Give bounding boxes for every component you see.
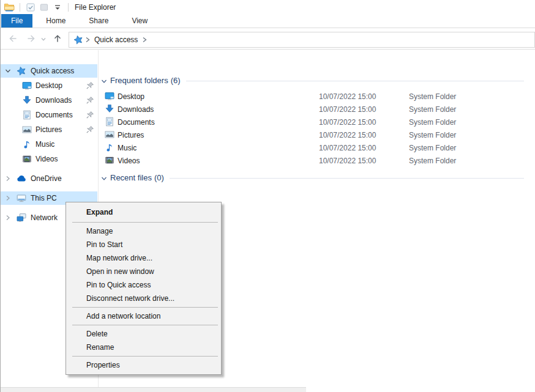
documents-icon xyxy=(105,117,114,127)
navigation-toolbar: Quick access xyxy=(0,29,535,50)
qat-customize-button[interactable] xyxy=(52,2,63,13)
downloads-icon xyxy=(22,95,33,105)
chevron-down-icon xyxy=(54,4,61,10)
window-left-border xyxy=(0,0,1,392)
file-explorer-logo-icon xyxy=(4,2,15,13)
file-type: System Folder xyxy=(409,157,456,165)
file-date-modified: 10/07/2022 15:00 xyxy=(319,105,376,114)
file-type: System Folder xyxy=(409,92,456,101)
up-button[interactable] xyxy=(53,34,62,43)
tab-share[interactable]: Share xyxy=(79,14,118,28)
menu-separator xyxy=(72,307,218,308)
quick-access-star-icon xyxy=(73,35,83,45)
menu-item-manage[interactable]: Manage xyxy=(66,224,221,238)
menu-item-properties[interactable]: Properties xyxy=(66,358,221,372)
forward-button[interactable] xyxy=(26,34,37,43)
sidebar-item-quick-access[interactable]: Quick access xyxy=(0,64,97,78)
window-titlebar: File Explorer xyxy=(0,0,535,14)
qat-new-folder-button[interactable] xyxy=(39,2,50,13)
tab-home[interactable]: Home xyxy=(36,14,75,28)
file-row-documents[interactable]: Documents 10/07/2022 15:00 System Folder xyxy=(99,116,535,128)
tab-view[interactable]: View xyxy=(122,14,157,28)
file-name: Pictures xyxy=(118,131,144,139)
breadcrumb-chevron-icon[interactable] xyxy=(84,36,91,43)
sidebar-item-label: Music xyxy=(36,140,54,149)
breadcrumb-chevron-icon[interactable] xyxy=(141,36,148,43)
file-row-videos[interactable]: Videos 10/07/2022 15:00 System Folder xyxy=(99,154,535,167)
file-date-modified: 10/07/2022 15:00 xyxy=(319,118,376,127)
file-row-desktop[interactable]: Desktop 10/07/2022 15:00 System Folder xyxy=(99,90,535,103)
menu-separator xyxy=(72,222,218,223)
arrow-left-icon xyxy=(7,34,18,43)
chevron-down-icon[interactable] xyxy=(4,67,12,75)
file-name: Downloads xyxy=(118,105,154,114)
sidebar-item-desktop[interactable]: Desktop xyxy=(0,79,97,92)
sidebar-item-music[interactable]: Music xyxy=(0,138,97,151)
group-count: (0) xyxy=(154,173,164,182)
network-icon xyxy=(17,213,28,223)
file-row-pictures[interactable]: Pictures 10/07/2022 15:00 System Folder xyxy=(99,128,535,141)
address-bar[interactable]: Quick access xyxy=(69,32,535,48)
arrow-up-icon xyxy=(53,34,62,43)
sidebar-item-pictures[interactable]: Pictures xyxy=(0,123,97,136)
properties-icon xyxy=(26,3,35,12)
chevron-right-icon[interactable] xyxy=(4,194,12,202)
file-type: System Folder xyxy=(409,118,456,127)
titlebar-divider xyxy=(68,3,69,12)
group-header-frequent-folders[interactable]: Frequent folders (6) xyxy=(100,75,524,86)
desktop-icon xyxy=(22,81,33,91)
chevron-down-icon xyxy=(100,78,108,85)
menu-item-add-a-network-location[interactable]: Add a network location xyxy=(66,309,221,323)
pictures-icon xyxy=(105,130,114,139)
breadcrumb-item-quick-access[interactable]: Quick access xyxy=(92,35,140,44)
music-icon xyxy=(22,139,33,149)
context-menu: Expand Manage Pin to Start Map network d… xyxy=(65,202,222,375)
menu-item-open-in-new-window[interactable]: Open in new window xyxy=(66,265,221,278)
videos-icon xyxy=(22,154,33,164)
sidebar-item-documents[interactable]: Documents xyxy=(0,108,97,122)
back-button[interactable] xyxy=(7,34,18,43)
file-name: Music xyxy=(118,144,137,152)
menu-item-disconnect-network-drive[interactable]: Disconnect network drive... xyxy=(66,292,221,305)
menu-item-map-network-drive[interactable]: Map network drive... xyxy=(66,251,221,265)
status-bar xyxy=(0,387,306,392)
menu-item-expand[interactable]: Expand xyxy=(66,204,221,220)
sidebar-item-label: Pictures xyxy=(36,125,62,134)
this-pc-icon xyxy=(17,193,28,203)
music-icon xyxy=(105,142,114,152)
pin-icon xyxy=(86,125,94,134)
group-count: (6) xyxy=(171,76,181,85)
breadcrumb: Quick access xyxy=(73,35,148,45)
documents-icon xyxy=(22,110,33,120)
chevron-right-icon[interactable] xyxy=(4,175,12,182)
menu-item-pin-to-quick-access[interactable]: Pin to Quick access xyxy=(66,278,221,292)
file-name: Videos xyxy=(118,157,140,165)
menu-item-delete[interactable]: Delete xyxy=(66,327,221,341)
file-date-modified: 10/07/2022 15:00 xyxy=(319,92,376,101)
sidebar-item-label: Downloads xyxy=(36,96,72,105)
file-type: System Folder xyxy=(409,144,456,152)
downloads-icon xyxy=(105,104,114,114)
sidebar-item-label: Desktop xyxy=(36,81,62,90)
menu-item-rename[interactable]: Rename xyxy=(66,341,221,354)
menu-item-pin-to-start[interactable]: Pin to Start xyxy=(66,238,221,251)
file-date-modified: 10/07/2022 15:00 xyxy=(319,157,376,165)
group-header-recent-files[interactable]: Recent files (0) xyxy=(100,172,524,183)
sidebar-item-videos[interactable]: Videos xyxy=(0,152,97,166)
file-row-music[interactable]: Music 10/07/2022 15:00 System Folder xyxy=(99,141,535,154)
file-type: System Folder xyxy=(409,105,456,114)
chevron-right-icon[interactable] xyxy=(4,214,12,221)
sidebar-item-label: Documents xyxy=(36,111,73,119)
tab-file[interactable]: File xyxy=(1,14,32,28)
group-header-rule xyxy=(186,81,524,81)
file-type: System Folder xyxy=(409,131,456,139)
recent-locations-button[interactable] xyxy=(40,36,47,42)
qat-properties-button[interactable] xyxy=(25,2,36,13)
chevron-down-icon xyxy=(40,36,47,42)
file-date-modified: 10/07/2022 15:00 xyxy=(319,131,376,139)
file-row-downloads[interactable]: Downloads 10/07/2022 15:00 System Folder xyxy=(99,103,535,116)
sidebar-item-downloads[interactable]: Downloads xyxy=(0,94,97,107)
group-title: Frequent folders xyxy=(110,76,168,85)
window-title: File Explorer xyxy=(75,3,116,12)
sidebar-item-onedrive[interactable]: OneDrive xyxy=(0,172,97,185)
